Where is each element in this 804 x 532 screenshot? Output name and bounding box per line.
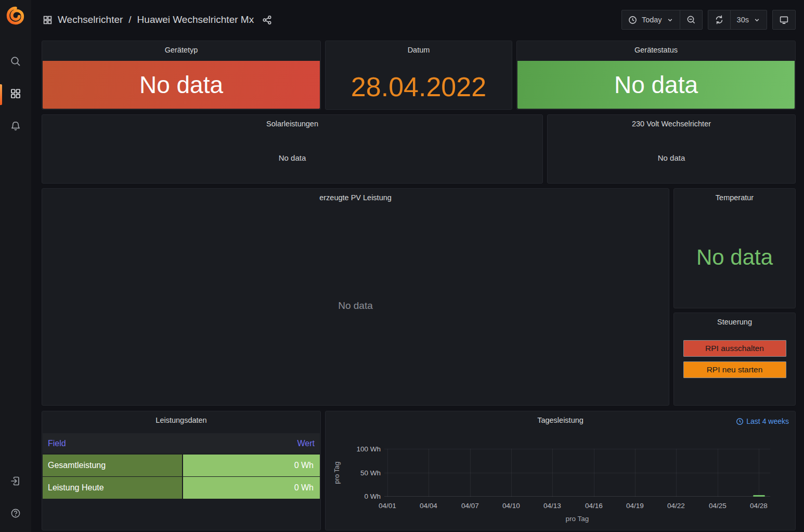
gridline-v	[470, 449, 471, 497]
no-data-text: No data	[338, 300, 373, 312]
panel-title[interactable]: Temperatur	[674, 189, 795, 206]
panel-title[interactable]: Datum	[326, 41, 512, 59]
help-icon	[10, 508, 21, 521]
dashboard-grid-icon	[43, 15, 53, 25]
panel-title[interactable]: Steuerung	[674, 313, 795, 331]
x-tick-label: 04/01	[371, 502, 404, 510]
sidebar-item-search[interactable]	[0, 52, 31, 73]
panel-title[interactable]: erzeugte PV Leistung	[42, 189, 669, 206]
date-value: 28.04.2022	[351, 71, 486, 102]
column-header-field[interactable]: Field	[43, 433, 181, 453]
gridline-v	[594, 449, 594, 497]
gridline-v	[759, 449, 759, 497]
breadcrumb-section[interactable]: Wechselrichter	[58, 14, 123, 25]
y-tick-label: 50 Wh	[344, 469, 381, 477]
gridline-v	[511, 449, 512, 497]
refresh-interval-label: 30s	[737, 16, 749, 24]
chevron-down-icon	[754, 17, 760, 23]
refresh-interval-picker[interactable]: 30s	[730, 10, 767, 29]
grafana-logo-icon[interactable]	[4, 4, 27, 27]
breadcrumb-separator: /	[128, 14, 132, 25]
sidebar-item-alerting[interactable]	[0, 116, 31, 137]
gridline-v	[676, 449, 677, 497]
panel-steuerung: Steuerung RPI ausschalten RPI neu starte…	[673, 313, 796, 406]
rpi-neu-starten-button[interactable]: RPI neu starten	[683, 361, 786, 378]
gridline-100	[384, 449, 770, 449]
panel-title[interactable]: Leistungsdaten	[42, 411, 320, 429]
panel-time-range-info: Last 4 weeks	[736, 417, 789, 425]
chevron-down-icon	[667, 17, 673, 23]
x-tick-label: 04/04	[412, 502, 445, 510]
clock-icon	[736, 418, 744, 425]
time-range-picker[interactable]: Today	[622, 10, 680, 29]
no-data-text: No data	[279, 153, 306, 162]
sidebar-item-sign-in[interactable]	[0, 472, 31, 492]
panel-pv-leistung: erzeugte PV Leistung No data	[42, 188, 669, 406]
field-cell: Gesamtleistung	[43, 455, 182, 476]
zoom-out-icon	[686, 15, 696, 24]
dashboards-grid-icon	[10, 88, 21, 101]
table-header-row: Field Wert	[43, 433, 320, 453]
x-axis-label: pro Tag	[384, 515, 770, 523]
kiosk-mode-button[interactable]	[773, 10, 795, 29]
panel-230v-wechselrichter: 230 Volt Wechselrichter No data	[547, 114, 796, 184]
top-navigation-bar: Wechselrichter / Huawei Wechselrichter M…	[31, 0, 804, 40]
time-range-label: Today	[642, 16, 662, 24]
refresh-button[interactable]	[708, 10, 730, 29]
x-tick-label: 04/13	[536, 502, 569, 510]
stat-value: No data	[139, 71, 223, 99]
breadcrumb-page-title[interactable]: Huawei Wechselrichter Mx	[137, 14, 254, 25]
panel-datum: Datum 28.04.2022	[325, 41, 512, 110]
breadcrumb: Wechselrichter / Huawei Wechselrichter M…	[43, 14, 272, 25]
gridline-v	[718, 449, 718, 497]
x-axis-line	[384, 496, 770, 497]
stat-value: No data	[614, 71, 698, 99]
panel-title[interactable]: Tagesleistung	[326, 411, 795, 429]
panel-title[interactable]: Solarleistungen	[42, 115, 542, 133]
y-tick-label: 100 Wh	[344, 445, 381, 453]
panel-geraetestatus: Gerätestatus No data	[516, 41, 796, 110]
gridline-50	[384, 473, 770, 473]
gridline-v	[387, 449, 388, 497]
sidebar-item-help[interactable]	[0, 504, 31, 525]
column-header-wert[interactable]: Wert	[181, 433, 320, 453]
sign-in-icon	[10, 475, 21, 489]
stat-background-green: No data	[517, 61, 795, 109]
field-cell: Leistung Heute	[43, 477, 182, 499]
x-tick-label: 04/22	[659, 502, 693, 510]
dashboard-toolbar: Today	[621, 10, 796, 30]
sidebar-item-dashboards[interactable]	[0, 84, 31, 105]
series-line-segment	[753, 495, 765, 497]
x-tick-label: 04/07	[453, 502, 487, 510]
gridline-v	[552, 449, 553, 497]
gridline-v	[635, 449, 636, 497]
rpi-ausschalten-button[interactable]: RPI ausschalten	[683, 340, 786, 357]
sidebar	[0, 0, 31, 532]
panel-title[interactable]: Gerätetyp	[42, 41, 320, 59]
refresh-icon	[715, 15, 724, 24]
panel-tagesleistung: Tagesleistung Last 4 weeks 100 Wh 50 Wh …	[325, 411, 796, 530]
search-icon	[10, 56, 21, 69]
panel-solarleistungen: Solarleistungen No data	[42, 114, 543, 184]
no-data-text: No data	[696, 245, 773, 270]
value-cell: 0 Wh	[183, 477, 320, 499]
monitor-icon	[779, 15, 789, 25]
panel-title[interactable]: 230 Volt Wechselrichter	[548, 115, 795, 133]
x-tick-label: 04/28	[742, 502, 775, 510]
x-tick-label: 04/16	[577, 502, 611, 510]
panel-geraetetyp: Gerätetyp No data	[42, 41, 321, 110]
zoom-out-time-button[interactable]	[680, 10, 702, 29]
value-cell: 0 Wh	[183, 455, 320, 476]
stat-background-red: No data	[43, 61, 320, 109]
table-row: Leistung Heute 0 Wh	[43, 477, 320, 499]
share-icon[interactable]	[262, 15, 272, 25]
y-axis-label: pro Tag	[333, 461, 341, 484]
x-tick-label: 04/10	[495, 502, 528, 510]
panel-title[interactable]: Gerätestatus	[517, 41, 795, 59]
time-range-info-label: Last 4 weeks	[746, 417, 789, 425]
clock-icon	[628, 16, 637, 24]
bell-icon	[10, 120, 21, 134]
y-tick-label: 0 Wh	[344, 492, 381, 500]
x-tick-label: 04/25	[701, 502, 734, 510]
gridline-v	[429, 449, 429, 497]
